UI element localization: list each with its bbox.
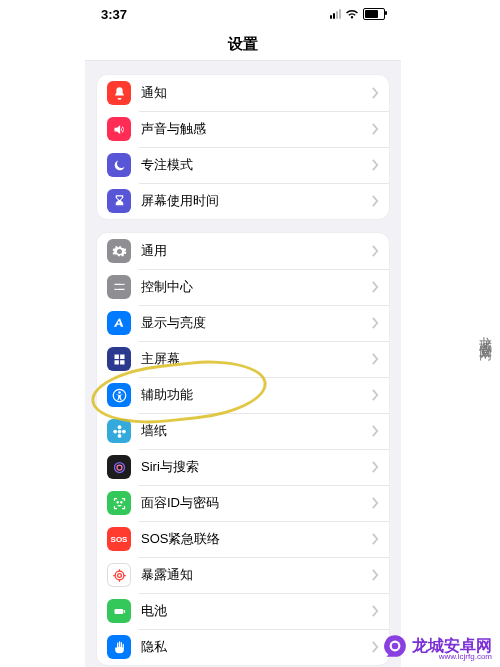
- svg-point-11: [117, 573, 121, 577]
- row-controlcenter[interactable]: 控制中心: [97, 269, 389, 305]
- face-id-icon: [107, 491, 131, 515]
- row-sos[interactable]: SOS SOS紧急联络: [97, 521, 389, 557]
- chevron-right-icon: [372, 317, 379, 329]
- row-focus[interactable]: 专注模式: [97, 147, 389, 183]
- svg-point-4: [117, 434, 121, 438]
- row-privacy[interactable]: 隐私: [97, 629, 389, 665]
- row-general[interactable]: 通用: [97, 233, 389, 269]
- chevron-right-icon: [372, 245, 379, 257]
- row-label: 专注模式: [141, 156, 372, 174]
- corner-logo: 龙城安卓网 www.lcjrfg.com: [382, 633, 492, 659]
- svg-point-16: [392, 643, 399, 650]
- battery-row-icon: [107, 599, 131, 623]
- chevron-right-icon: [372, 569, 379, 581]
- speaker-icon: [107, 117, 131, 141]
- row-label: 显示与亮度: [141, 314, 372, 332]
- row-label: 暴露通知: [141, 566, 372, 584]
- settings-group: 通知 声音与触感 专注模式 屏幕使用时间: [97, 75, 389, 219]
- row-label: 控制中心: [141, 278, 372, 296]
- svg-rect-13: [114, 609, 123, 614]
- chevron-right-icon: [372, 425, 379, 437]
- status-time: 3:37: [101, 7, 127, 22]
- flower-icon: [107, 419, 131, 443]
- settings-scroll[interactable]: 通知 声音与触感 专注模式 屏幕使用时间 通用: [85, 61, 401, 667]
- status-bar: 3:37: [85, 0, 401, 28]
- grid-icon: [107, 347, 131, 371]
- side-watermark: 龙城安卓网: [476, 0, 494, 667]
- svg-point-7: [114, 462, 124, 472]
- chevron-right-icon: [372, 605, 379, 617]
- moon-icon: [107, 153, 131, 177]
- row-label: 屏幕使用时间: [141, 192, 372, 210]
- gear-icon: [107, 239, 131, 263]
- row-label: 墙纸: [141, 422, 372, 440]
- text-size-icon: [107, 311, 131, 335]
- row-notifications[interactable]: 通知: [97, 75, 389, 111]
- chevron-right-icon: [372, 461, 379, 473]
- chevron-right-icon: [372, 389, 379, 401]
- chevron-right-icon: [372, 195, 379, 207]
- accessibility-icon: [107, 383, 131, 407]
- chevron-right-icon: [372, 533, 379, 545]
- svg-point-8: [117, 465, 122, 470]
- row-label: Siri与搜索: [141, 458, 372, 476]
- row-wallpaper[interactable]: 墙纸: [97, 413, 389, 449]
- sliders-icon: [107, 275, 131, 299]
- sos-icon: SOS: [107, 527, 131, 551]
- row-label: 通用: [141, 242, 372, 260]
- logo-subtext: www.lcjrfg.com: [439, 653, 492, 661]
- row-battery[interactable]: 电池: [97, 593, 389, 629]
- hourglass-icon: [107, 189, 131, 213]
- watermark-text: 龙城安卓网: [476, 326, 494, 341]
- svg-point-5: [113, 429, 117, 433]
- row-label: 电池: [141, 602, 372, 620]
- chevron-right-icon: [372, 123, 379, 135]
- row-label: 主屏幕: [141, 350, 372, 368]
- svg-point-12: [115, 571, 124, 580]
- status-indicators: [330, 8, 385, 20]
- exposure-icon: [107, 563, 131, 587]
- battery-icon: [363, 8, 385, 20]
- chevron-right-icon: [372, 159, 379, 171]
- bell-icon: [107, 81, 131, 105]
- wifi-icon: [345, 9, 359, 20]
- chevron-right-icon: [372, 281, 379, 293]
- svg-point-2: [117, 429, 121, 433]
- logo-icon: [382, 633, 408, 659]
- svg-rect-14: [123, 610, 124, 613]
- svg-point-3: [117, 425, 121, 429]
- phone-frame: 3:37 设置 通知 声音与触感 专注模式: [85, 0, 401, 667]
- svg-point-10: [120, 501, 121, 502]
- svg-point-6: [122, 429, 126, 433]
- siri-icon: [107, 455, 131, 479]
- cellular-icon: [330, 9, 341, 19]
- hand-icon: [107, 635, 131, 659]
- row-label: 面容ID与密码: [141, 494, 372, 512]
- row-label: 辅助功能: [141, 386, 372, 404]
- settings-group: 通用 控制中心 显示与亮度 主屏幕 辅助功能: [97, 233, 389, 665]
- page-title: 设置: [228, 35, 258, 54]
- chevron-right-icon: [372, 641, 379, 653]
- row-label: 通知: [141, 84, 372, 102]
- row-accessibility[interactable]: 辅助功能: [97, 377, 389, 413]
- row-screentime[interactable]: 屏幕使用时间: [97, 183, 389, 219]
- row-exposure[interactable]: 暴露通知: [97, 557, 389, 593]
- svg-point-1: [118, 391, 121, 394]
- chevron-right-icon: [372, 353, 379, 365]
- svg-point-9: [117, 501, 118, 502]
- row-faceid[interactable]: 面容ID与密码: [97, 485, 389, 521]
- row-siri[interactable]: Siri与搜索: [97, 449, 389, 485]
- row-label: SOS紧急联络: [141, 530, 372, 548]
- row-homescreen[interactable]: 主屏幕: [97, 341, 389, 377]
- chevron-right-icon: [372, 87, 379, 99]
- row-display[interactable]: 显示与亮度: [97, 305, 389, 341]
- row-label: 声音与触感: [141, 120, 372, 138]
- row-label: 隐私: [141, 638, 372, 656]
- chevron-right-icon: [372, 497, 379, 509]
- nav-bar: 设置: [85, 28, 401, 61]
- row-sounds[interactable]: 声音与触感: [97, 111, 389, 147]
